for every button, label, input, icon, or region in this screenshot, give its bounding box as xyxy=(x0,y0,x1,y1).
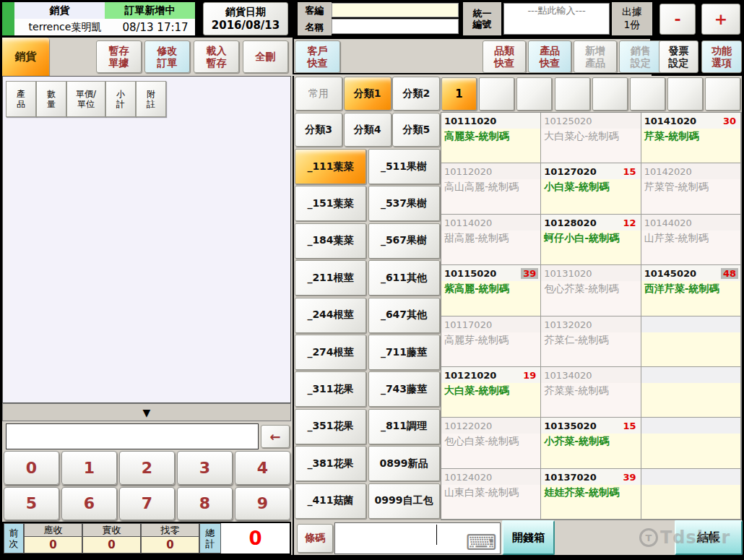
product-cell-header: 10114020 xyxy=(441,215,540,231)
customer-code-input[interactable] xyxy=(332,3,459,17)
collapse-bar[interactable]: ▼ xyxy=(2,403,291,421)
product-cell-10121020[interactable]: 1012102019大白菜-統制碼 xyxy=(441,367,541,418)
page-tab-4[interactable] xyxy=(555,77,590,111)
category-button-_411[interactable]: _411菇菌 xyxy=(295,483,366,519)
page-tab-7[interactable] xyxy=(667,77,703,111)
product-cell-10135020[interactable]: 1013502015小芥菜-統制碼 xyxy=(541,418,641,468)
category-button-_611[interactable]: _611其他 xyxy=(368,260,440,296)
plus-button[interactable]: + xyxy=(701,4,740,35)
product-cell-10122020[interactable]: 10122020包心白菜-統制碼 xyxy=(441,418,541,468)
toolbar-hold-document-button[interactable]: 暫存 單據 xyxy=(96,40,142,73)
product-cell-header xyxy=(641,316,740,332)
category-button-_511[interactable]: _511果樹 xyxy=(368,149,440,184)
numpad-3[interactable]: 3 xyxy=(177,451,233,485)
category-button-_184[interactable]: _184葉菜 xyxy=(295,223,366,259)
product-cell-10114020[interactable]: 10114020甜高麗-統制碼 xyxy=(441,215,541,265)
order-column-2[interactable]: 單價/ 單位 xyxy=(66,81,105,117)
product-cell-10145020[interactable]: 1014502048西洋芹菜-統制碼 xyxy=(641,265,741,316)
product-cell-10144020[interactable]: 10144020山芹菜-統制碼 xyxy=(641,215,741,265)
barcode-input[interactable]: ⌨ xyxy=(334,522,501,554)
toolbar-add-product-button[interactable]: 新增 產品 xyxy=(574,40,617,73)
numpad-7[interactable]: 7 xyxy=(119,487,175,521)
tab-category-5[interactable]: 分類5 xyxy=(392,113,440,147)
order-column-1[interactable]: 數 量 xyxy=(36,81,66,117)
product-cell-10128020[interactable]: 1012802012蚵仔小白-統制碼 xyxy=(541,215,641,265)
product-cell-10141020[interactable]: 1014102030芹菜-統制碼 xyxy=(641,113,741,163)
sale-date-button[interactable]: 銷貨日期 2016/08/13 xyxy=(203,2,288,35)
previous-label[interactable]: 前 次 xyxy=(4,523,24,553)
tab-category-1[interactable]: 分類1 xyxy=(344,77,392,111)
backspace-button[interactable]: ← xyxy=(261,425,290,448)
page-tab-3[interactable] xyxy=(516,77,552,111)
product-code: 10111020 xyxy=(444,116,496,126)
tab-category-3[interactable]: 分類3 xyxy=(295,113,342,147)
product-cell-10127020[interactable]: 1012702015小白菜-統制碼 xyxy=(541,163,641,214)
tab-category-4[interactable]: 分類4 xyxy=(344,113,392,147)
category-button-0999[interactable]: 0999自工包 xyxy=(368,483,440,519)
tab-common[interactable]: 常用 xyxy=(295,77,342,111)
toolbar-product-quick-search-button[interactable]: 產品 快查 xyxy=(528,40,571,73)
tax-id-input[interactable] xyxy=(503,3,610,35)
category-button-_211[interactable]: _211根莖 xyxy=(295,260,366,296)
product-cell-10137020[interactable]: 1013702039娃娃芥菜-統制碼 xyxy=(541,469,641,520)
page-tab-1[interactable]: 1 xyxy=(441,77,477,111)
toolbar-delete-all-button[interactable]: 全刪 xyxy=(243,40,288,73)
category-button-_244[interactable]: _244根莖 xyxy=(295,298,366,333)
product-cell-10142020[interactable]: 10142020芹菜管-統制碼 xyxy=(641,163,741,214)
numpad-6[interactable]: 6 xyxy=(61,487,117,521)
category-button-_711[interactable]: _711藤莖 xyxy=(368,335,440,370)
category-button-0899[interactable]: 0899新品 xyxy=(368,446,440,481)
category-button-_381[interactable]: _381花果 xyxy=(295,446,366,481)
product-cell-10131020[interactable]: 10131020包心芥菜-統制碼 xyxy=(541,265,641,316)
order-column-4[interactable]: 附 註 xyxy=(136,81,166,117)
quantity-entry-input[interactable] xyxy=(6,423,259,449)
category-button-_274[interactable]: _274根莖 xyxy=(295,335,366,370)
open-drawer-button[interactable]: 開錢箱 xyxy=(502,520,555,555)
product-cell-10112020[interactable]: 10112020高山高麗-統制碼 xyxy=(441,163,541,214)
barcode-button[interactable]: 條碼 xyxy=(297,524,333,553)
numpad-1[interactable]: 1 xyxy=(61,451,117,485)
toolbar-invoice-settings-button[interactable]: 發票 設定 xyxy=(659,40,698,73)
product-cell-10117020[interactable]: 10117020高麗芽-統制碼 xyxy=(441,316,541,367)
page-tab-6[interactable] xyxy=(630,77,665,111)
numpad-9[interactable]: 9 xyxy=(235,487,290,521)
toolbar-edit-order-button[interactable]: 修改 訂單 xyxy=(144,40,190,73)
numpad-0[interactable]: 0 xyxy=(4,451,59,485)
product-cell-10111020[interactable]: 10111020高麗菜-統制碼 xyxy=(441,113,541,163)
category-button-_743[interactable]: _743藤莖 xyxy=(368,371,440,407)
numpad-2[interactable]: 2 xyxy=(119,451,175,485)
order-column-0[interactable]: 產 品 xyxy=(6,81,36,117)
toolbar-function-options-button[interactable]: 功能 選項 xyxy=(701,40,742,73)
category-button-_311[interactable]: _311花果 xyxy=(295,371,366,407)
category-button-_567[interactable]: _567果樹 xyxy=(368,223,440,259)
copies-box[interactable]: 出據 1份 xyxy=(612,2,652,35)
category-button-_151[interactable]: _151葉菜 xyxy=(295,186,366,221)
toolbar-sales-settings-button[interactable]: 銷售 設定 xyxy=(619,40,662,73)
numpad-4[interactable]: 4 xyxy=(235,451,290,485)
page-tab-2[interactable] xyxy=(479,77,514,111)
keyboard-icon[interactable]: ⌨ xyxy=(466,532,497,553)
toolbar-category-quick-search-button[interactable]: 品類 快查 xyxy=(483,40,526,73)
product-cell-10134020[interactable]: 10134020芥菜葉-統制碼 xyxy=(541,367,641,418)
product-cell-10132020[interactable]: 10132020芥菜仁-統制碼 xyxy=(541,316,641,367)
category-button-_537[interactable]: _537果樹 xyxy=(368,186,440,221)
tab-category-2[interactable]: 分類2 xyxy=(392,77,440,111)
customer-name-input[interactable] xyxy=(332,19,459,34)
numpad-5[interactable]: 5 xyxy=(4,487,59,521)
page-tab-8[interactable] xyxy=(705,77,740,111)
tab-sales[interactable]: 銷貨 xyxy=(2,38,49,76)
page-tab-5[interactable] xyxy=(592,77,628,111)
toolbar-customer-quick-search-button[interactable]: 客戶 快查 xyxy=(295,40,340,73)
product-cell-10124020[interactable]: 10124020山東白菜-統制碼 xyxy=(441,469,541,520)
current-datetime: 08/13 17:17 xyxy=(116,19,195,35)
numpad-8[interactable]: 8 xyxy=(177,487,233,521)
category-button-_647[interactable]: _647其他 xyxy=(368,298,440,333)
product-cell-10115020[interactable]: 1011502039紫高麗-統制碼 xyxy=(441,265,541,316)
category-button-_351[interactable]: _351花果 xyxy=(295,409,366,444)
toolbar-load-held-button[interactable]: 載入 暫存 xyxy=(194,40,239,73)
category-button-_111[interactable]: _111葉菜 xyxy=(295,149,366,184)
category-button-_811[interactable]: _811調理 xyxy=(368,409,440,444)
minus-button[interactable]: - xyxy=(659,4,696,35)
product-cell-10125020[interactable]: 10125020大白菜心-統制碼 xyxy=(541,113,641,163)
order-column-3[interactable]: 小 計 xyxy=(105,81,136,117)
